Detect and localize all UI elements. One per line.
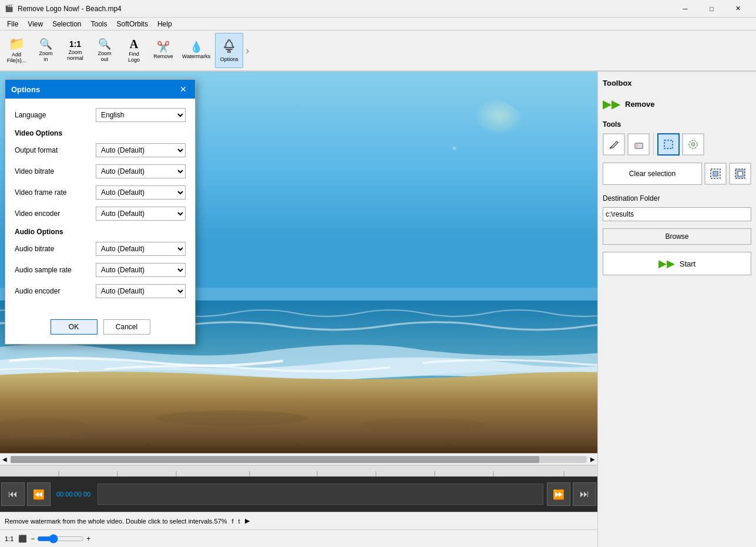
social-facebook[interactable]: f [231,518,233,525]
minimize-button[interactable]: ─ [672,0,698,18]
options-label: Options [220,56,238,62]
first-frame-button[interactable]: ⏮ [1,482,25,506]
dialog-footer: OK Cancel [5,315,195,344]
ok-button[interactable]: OK [51,319,98,335]
last-frame-button[interactable]: ⏭ [573,482,596,506]
start-arrow-icon: ▶▶ [658,257,675,270]
close-button[interactable]: ✕ [725,0,751,18]
scroll-right-button[interactable]: ▶ [588,454,597,465]
language-row: Language English Russian German French S… [15,108,186,122]
menu-softorbits[interactable]: SoftOrbits [112,19,153,29]
audio-options-header: Audio Options [15,228,186,236]
watermarks-button[interactable]: 💧 Watermarks [179,33,214,68]
options-button[interactable]: Options [215,33,243,68]
cancel-button[interactable]: Cancel [103,319,150,335]
audio-sample-rate-select[interactable]: Auto (Default) [96,263,186,277]
bottombar: 1:1 ⬛ − + [0,529,597,547]
audio-bitrate-select[interactable]: Auto (Default) [96,242,186,256]
video-frame-rate-row: Video frame rate Auto (Default) [15,185,186,200]
prev-frame-button[interactable]: ⏪ [27,482,51,506]
select-all-button[interactable] [704,163,727,185]
menu-selection[interactable]: Selection [48,19,86,29]
remove-header-label: Remove [625,100,655,109]
statusbar-message: Remove watermark from the whole video. D… [5,518,214,525]
svg-point-1 [228,50,230,53]
video-encoder-label: Video encoder [15,210,91,218]
svg-rect-22 [635,143,639,148]
pencil-icon [608,139,620,150]
zoom-out-button[interactable]: 🔍 Zoomout [90,33,119,68]
watermarks-icon: 💧 [190,42,203,52]
scroll-thumb[interactable] [11,456,539,463]
zoom-in-small[interactable]: + [86,535,90,543]
audio-bitrate-label: Audio bitrate [15,245,91,253]
audio-sample-rate-label: Audio sample rate [15,266,91,274]
video-encoder-select[interactable]: Auto (Default) [96,207,186,221]
audio-sample-rate-row: Audio sample rate Auto (Default) [15,263,186,277]
zoom-out-small[interactable]: − [31,535,35,543]
audio-encoder-select[interactable]: Auto (Default) [96,284,186,298]
zoom-normal-label: Zoomnormal [67,49,83,61]
find-logo-button[interactable]: A FindLogo [120,33,148,68]
remove-label: Remove [153,53,173,59]
video-frame-rate-label: Video frame rate [15,188,91,197]
select-invert-icon [734,168,746,180]
audio-encoder-row: Audio encoder Auto (Default) [15,284,186,298]
video-bitrate-label: Video bitrate [15,167,91,175]
menu-view[interactable]: View [23,19,48,29]
maximize-button[interactable]: □ [698,0,725,18]
social-twitter[interactable]: t [238,518,240,525]
language-select[interactable]: English Russian German French Spanish [96,108,186,122]
remove-button[interactable]: ✂️ Remove [149,33,177,68]
zoom-range[interactable] [37,534,84,543]
clear-selection-button[interactable]: Clear selection [603,163,702,185]
menu-file[interactable]: File [2,19,23,29]
destination-folder-label: Destination Folder [603,194,751,202]
scroll-track[interactable] [11,456,587,463]
add-files-button[interactable]: 📁 AddFile(s)... [2,33,31,68]
dialog-body: Language English Russian German French S… [5,99,195,315]
zoom-normal-button[interactable]: 1:1 Zoomnormal [61,33,89,68]
find-logo-label: FindLogo [128,51,140,63]
scroll-left-button[interactable]: ◀ [0,454,9,465]
svg-point-9 [359,418,486,431]
dialog-close-button[interactable]: ✕ [177,83,189,95]
zoom-out-label: Zoomout [98,50,111,62]
select-all-icon [710,168,721,180]
next-frame-button[interactable]: ⏩ [547,482,570,506]
timeline-track[interactable] [98,484,543,505]
output-format-row: Output format Auto (Default) [15,143,186,157]
start-button[interactable]: ▶▶ Start [603,252,751,275]
zoom-level: 57% [214,518,227,525]
select-invert-button[interactable] [729,163,751,185]
magic-select-tool-button[interactable] [682,133,704,156]
rect-select-icon [663,139,674,150]
horizontal-scrollbar[interactable]: ◀ ▶ [0,453,597,465]
titlebar: 🎬 Remove Logo Now! - Beach.mp4 ─ □ ✕ [0,0,756,18]
toolbar-overflow[interactable]: › [246,45,249,57]
options-icon [222,39,236,55]
rect-select-tool-button[interactable] [657,133,680,156]
toolbox-panel: Toolbox ▶▶ Remove Tools [597,72,756,547]
video-frame-rate-select[interactable]: Auto (Default) [96,185,186,200]
zoom-in-button[interactable]: 🔍 Zoomin [32,33,60,68]
eraser-tool-button[interactable] [627,133,650,156]
destination-folder-input[interactable] [603,207,751,221]
video-encoder-row: Video encoder Auto (Default) [15,207,186,221]
video-bitrate-select[interactable]: Auto (Default) [96,164,186,178]
output-format-select[interactable]: Auto (Default) [96,143,186,157]
zoom-in-label: Zoomin [39,50,52,62]
svg-point-4 [414,139,471,183]
toolbox-title: Toolbox [603,76,751,90]
app-icon: 🎬 [5,4,14,13]
pencil-tool-button[interactable] [603,133,625,156]
output-format-label: Output format [15,146,91,154]
social-youtube[interactable]: ▶ [245,517,250,525]
browse-button[interactable]: Browse [603,228,751,245]
zoom-slider[interactable]: − + [31,534,90,543]
menu-tools[interactable]: Tools [86,19,112,29]
menu-help[interactable]: Help [153,19,177,29]
zoom-out-icon: 🔍 [98,39,111,49]
menubar: File View Selection Tools SoftOrbits Hel… [0,18,756,31]
svg-rect-27 [713,171,718,176]
